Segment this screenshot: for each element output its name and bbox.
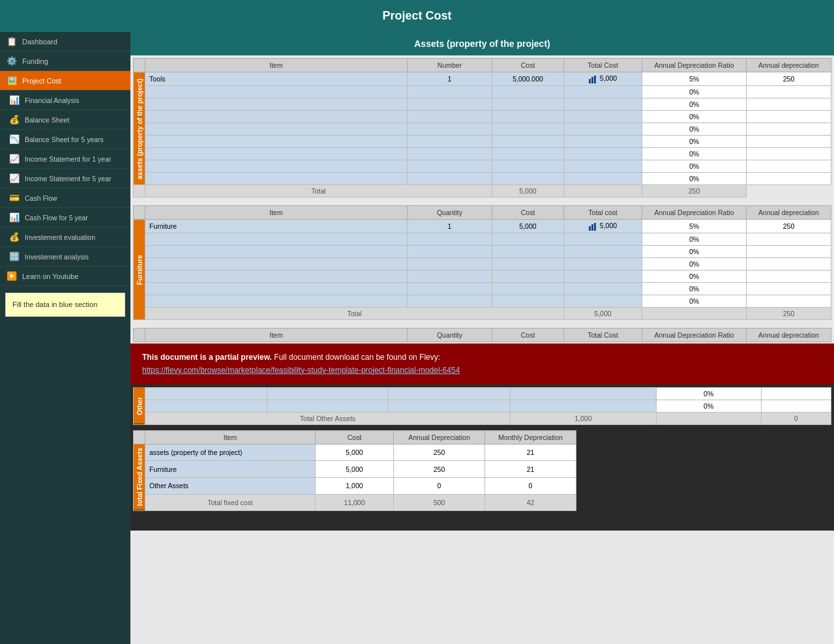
s1-cost-e5[interactable] — [492, 136, 564, 148]
s1-num-e5[interactable] — [408, 136, 492, 148]
s1-cost-e6[interactable] — [492, 148, 564, 160]
s1-cost-e1[interactable] — [492, 86, 564, 98]
s1-item-e6[interactable] — [145, 148, 408, 160]
s2-row-empty-6: 0% — [134, 295, 831, 308]
s1-ratio-e2[interactable]: 0% — [642, 98, 747, 111]
s1-tc-e3 — [564, 111, 642, 123]
sidebar-item-investment-analysis[interactable]: 🔠 Investement analysis — [0, 247, 130, 267]
s2-ratio-furniture[interactable]: 5% — [642, 220, 747, 233]
s2-header-depreciation: Annual depreciation — [747, 206, 831, 220]
s1-ratio-e8[interactable]: 0% — [642, 173, 747, 185]
tf-cost-1: 5,000 — [316, 461, 394, 478]
s1-total-cost-value: 5,000 — [600, 74, 617, 82]
s1-num-e8[interactable] — [408, 173, 492, 185]
s1-num-e3[interactable] — [408, 111, 492, 123]
s1-item-e4[interactable] — [145, 123, 408, 136]
s1-num-e6[interactable] — [408, 148, 492, 160]
s1-cost-tools[interactable]: 5,000.000 — [492, 72, 564, 86]
s1-ratio-e1[interactable]: 0% — [642, 86, 747, 98]
sidebar-item-cash-flow-5y[interactable]: 📊 Cash Flow for 5 year — [0, 208, 130, 227]
sidebar-item-learn-youtube[interactable]: ▶️ Learn on Youtube — [0, 267, 130, 286]
s1-item-e3[interactable] — [145, 111, 408, 123]
s1-item-e1[interactable] — [145, 86, 408, 98]
sidebar-item-balance-sheet-5y[interactable]: 📉 Balance Sheet for 5 years — [0, 130, 130, 149]
s1-ratio-tools[interactable]: 5% — [642, 72, 747, 86]
s2-ratio-e4[interactable]: 0% — [642, 271, 747, 283]
s1-ratio-e7[interactable]: 0% — [642, 160, 747, 173]
s2-ratio-e2[interactable]: 0% — [642, 246, 747, 258]
s3-num-e1[interactable] — [267, 387, 389, 400]
s2-num-e1[interactable] — [408, 233, 492, 246]
s1-dep-e1 — [747, 86, 831, 98]
s2-cost-furniture[interactable]: 5,000 — [492, 220, 564, 233]
s2-num-e2[interactable] — [408, 246, 492, 258]
s2-item-e6[interactable] — [145, 295, 408, 308]
s1-item-e7[interactable] — [145, 160, 408, 173]
s2-item-e1[interactable] — [145, 233, 408, 246]
s1-cost-e7[interactable] — [492, 160, 564, 173]
s1-item-e8[interactable] — [145, 173, 408, 185]
s2-ratio-e6[interactable]: 0% — [642, 295, 747, 308]
s2-number-furniture[interactable]: 1 — [408, 220, 492, 233]
sidebar-item-investment-eval[interactable]: 💰 Investement evaluation — [0, 227, 130, 247]
s2-cost-e4[interactable] — [492, 271, 564, 283]
project-cost-icon: 🖼️ — [7, 76, 18, 85]
section2-wrap: Item Quantity Cost Total cost Annual Dep… — [130, 204, 834, 321]
s1-item-e2[interactable] — [145, 98, 408, 111]
s1-ratio-e3[interactable]: 0% — [642, 111, 747, 123]
s2-cost-e2[interactable] — [492, 246, 564, 258]
sidebar-item-income-1y[interactable]: 📈 Income Statement for 1 year — [0, 149, 130, 169]
s1-number-tools[interactable]: 1 — [408, 72, 492, 86]
s1-cost-e8[interactable] — [492, 173, 564, 185]
s2-num-e6[interactable] — [408, 295, 492, 308]
s1-num-e4[interactable] — [408, 123, 492, 136]
s1-item-tools[interactable]: Tools — [145, 72, 408, 86]
s3-item-e2[interactable] — [145, 400, 267, 412]
s2-item-e3[interactable] — [145, 258, 408, 271]
s1-num-e1[interactable] — [408, 86, 492, 98]
s2-cost-e1[interactable] — [492, 233, 564, 246]
sidebar-item-funding[interactable]: ⚙️ Funding — [0, 51, 130, 71]
investment-analysis-icon: 🔠 — [9, 252, 21, 261]
s2-ratio-e5[interactable]: 0% — [642, 283, 747, 295]
s2-item-e2[interactable] — [145, 246, 408, 258]
s1-ratio-e6[interactable]: 0% — [642, 148, 747, 160]
s1-num-e2[interactable] — [408, 98, 492, 111]
s2-cost-e5[interactable] — [492, 283, 564, 295]
s1-num-e7[interactable] — [408, 160, 492, 173]
s2-ratio-e3[interactable]: 0% — [642, 258, 747, 271]
preview-bar-bold: This document is a partial preview. — [142, 353, 272, 362]
sidebar-item-balance-sheet[interactable]: 💰 Balance Sheet — [0, 110, 130, 130]
sidebar-item-dashboard[interactable]: 📋 Dashboard — [0, 32, 130, 51]
s3-cost-e1[interactable] — [389, 387, 511, 400]
s2-item-furniture[interactable]: Furniture — [145, 220, 408, 233]
s1-item-e5[interactable] — [145, 136, 408, 148]
s1-ratio-e4[interactable]: 0% — [642, 123, 747, 136]
s2-cost-e6[interactable] — [492, 295, 564, 308]
s2-num-e3[interactable] — [408, 258, 492, 271]
s3-total-cost-cell: 1,000 — [510, 412, 656, 424]
s1-cost-e3[interactable] — [492, 111, 564, 123]
s2-ratio-e1[interactable]: 0% — [642, 233, 747, 246]
s3-cost-e2[interactable] — [389, 400, 511, 412]
s3-num-e2[interactable] — [267, 400, 389, 412]
s1-ratio-e5[interactable]: 0% — [642, 136, 747, 148]
s2-num-e5[interactable] — [408, 283, 492, 295]
sidebar-item-cash-flow[interactable]: 💳 Cash Flow — [0, 188, 130, 208]
sidebar-item-project-cost[interactable]: 🖼️ Project Cost — [0, 71, 130, 91]
s1-cost-e2[interactable] — [492, 98, 564, 111]
s3-ratio-e2[interactable]: 0% — [656, 400, 761, 412]
s3-item-e1[interactable] — [145, 387, 267, 400]
s2-item-e5[interactable] — [145, 283, 408, 295]
s3-ratio-e1[interactable]: 0% — [656, 387, 761, 400]
s2-item-e4[interactable] — [145, 271, 408, 283]
cash-flow-icon: 💳 — [9, 193, 21, 203]
s2-cost-e3[interactable] — [492, 258, 564, 271]
preview-bar-link[interactable]: https://flevy.com/browse/marketplace/fea… — [142, 366, 460, 375]
sidebar-item-financial-analysis[interactable]: 📊 Financial Analysis — [0, 91, 130, 110]
s2-num-e4[interactable] — [408, 271, 492, 283]
s1-cost-e4[interactable] — [492, 123, 564, 136]
s3-row-empty-2: 0% — [134, 400, 831, 412]
s3-rotated-label: Other — [134, 387, 145, 424]
sidebar-item-income-5y[interactable]: 📈 Income Statement for 5 year — [0, 169, 130, 188]
